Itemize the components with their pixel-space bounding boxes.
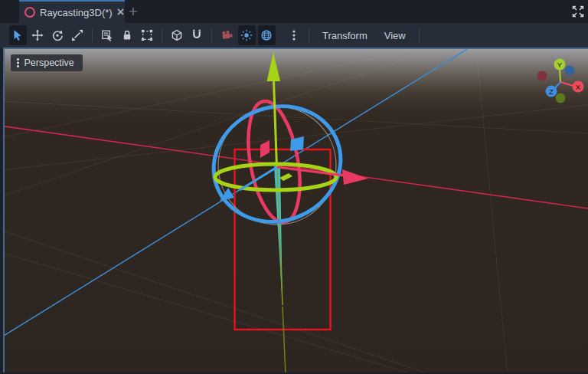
magnet-icon <box>191 29 203 41</box>
globe-icon <box>260 29 273 41</box>
axis-y-label: Y <box>557 61 563 69</box>
preview-sunlight-button[interactable] <box>238 25 256 45</box>
group-node-button[interactable] <box>139 25 156 45</box>
scene-tab[interactable]: Raycasting3D(*) × <box>19 0 125 23</box>
lock-node-button[interactable] <box>119 25 136 45</box>
view-options-button[interactable] <box>286 25 303 45</box>
world-y-axis-line-lower <box>283 307 286 372</box>
camera-preview-button[interactable] <box>218 25 236 45</box>
sun-icon <box>240 29 253 41</box>
add-scene-tab-button[interactable]: + <box>122 1 144 22</box>
scene-tab-bar: Raycasting3D(*) × + <box>0 0 588 23</box>
menu-dots-icon <box>17 58 19 61</box>
select-tool-button[interactable] <box>9 25 27 45</box>
viewport-toolbar: Transform View <box>0 23 588 48</box>
toolbar-separator <box>92 28 93 42</box>
list-select-tool-button[interactable] <box>99 25 116 45</box>
use-local-space-button[interactable] <box>168 25 186 45</box>
expand-viewport-button[interactable] <box>570 3 586 20</box>
rotate-tool-button[interactable] <box>49 25 67 45</box>
axis-orientation-widget[interactable]: Y X Z <box>537 59 584 103</box>
viewport-3d[interactable]: Y X Z Perspective <box>5 49 588 372</box>
scene-canvas[interactable]: Y X Z <box>5 49 588 372</box>
axis-neg-y-ball[interactable] <box>556 94 566 103</box>
projection-label: Perspective <box>24 57 74 68</box>
use-snap-button[interactable] <box>188 25 206 45</box>
plane-handle-x[interactable] <box>260 140 270 158</box>
rotate-icon <box>51 29 64 41</box>
toolbar-separator <box>211 28 212 42</box>
axis-neg-z-ball[interactable] <box>565 66 575 76</box>
list-select-icon <box>101 29 113 41</box>
world-z-axis-line <box>5 49 471 336</box>
group-icon <box>141 29 153 41</box>
kebab-menu-icon <box>288 29 300 41</box>
godot-editor-window: Raycasting3D(*) × + <box>0 0 588 374</box>
toolbar-separator <box>419 28 420 42</box>
scale-tool-button[interactable] <box>69 25 87 45</box>
lock-icon <box>121 29 133 41</box>
camera-icon <box>220 29 233 41</box>
scale-icon <box>71 29 83 41</box>
expand-viewport-icon <box>571 5 585 18</box>
scene-icon <box>24 7 35 18</box>
view-menu[interactable]: View <box>376 30 414 41</box>
translate-y-arrowhead[interactable] <box>267 52 281 81</box>
scene-tab-label: Raycasting3D(*) <box>40 7 113 18</box>
axis-neg-x-ball[interactable] <box>537 71 547 81</box>
plane-handle-y[interactable] <box>279 173 292 181</box>
world-x-axis-line <box>5 126 588 208</box>
axis-x-label: X <box>576 83 581 91</box>
toolbar-separator <box>309 28 309 42</box>
axis-z-label: Z <box>549 87 554 96</box>
cube-icon <box>171 29 183 41</box>
preview-environment-button[interactable] <box>258 25 276 45</box>
toolbar-separator <box>162 28 162 42</box>
projection-selector[interactable]: Perspective <box>11 54 83 71</box>
transform-menu[interactable]: Transform <box>314 30 376 41</box>
translate-z-axis[interactable] <box>240 167 277 190</box>
select-arrow-icon <box>11 29 24 41</box>
move-tool-button[interactable] <box>29 25 47 45</box>
move-icon <box>31 29 44 41</box>
translate-y-axis[interactable] <box>274 81 277 167</box>
